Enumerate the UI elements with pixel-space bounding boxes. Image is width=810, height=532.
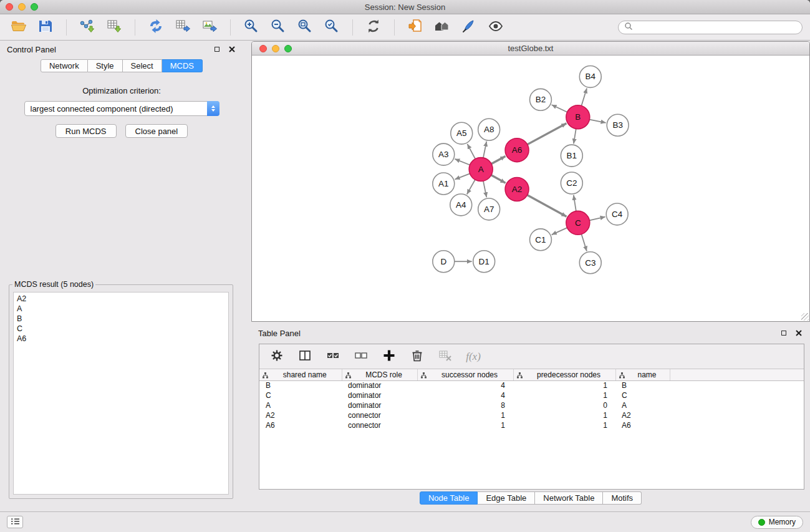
resize-grip-icon[interactable] [801,313,809,321]
graph-node-B3[interactable]: B3 [607,114,629,136]
graph-edge-B-B4[interactable] [581,89,587,106]
tab-motifs[interactable]: Motifs [603,491,642,505]
mcds-result-item[interactable]: B [17,314,225,324]
close-window-button[interactable] [6,3,13,11]
import-table-button[interactable] [103,17,125,37]
deselect-all-button[interactable] [354,349,369,364]
table-row[interactable]: Bdominator41B [259,380,804,390]
memory-button[interactable]: Memory [751,516,803,529]
graph-edge-A-A7[interactable] [483,181,486,197]
float-panel-button[interactable] [213,45,221,54]
graph-edge-C-C2[interactable] [574,195,576,211]
graph-node-D1[interactable]: D1 [473,251,495,273]
column-header[interactable]: shared name [259,369,342,380]
graph-node-A1[interactable]: A1 [433,173,455,195]
mcds-result-item[interactable]: C [17,324,225,334]
graph-edge-A-A6[interactable] [491,157,506,164]
graph-edge-A-A2[interactable] [491,175,506,183]
column-header[interactable]: predecessor nodes [513,369,615,380]
show-hide-button[interactable] [485,17,507,37]
import-network-button[interactable] [76,17,99,37]
task-history-button[interactable] [7,516,23,528]
graph-node-D[interactable]: D [433,251,455,273]
table-settings-button[interactable] [269,349,284,364]
graph-edge-A-A3[interactable] [455,159,470,165]
home-button[interactable] [431,17,453,37]
graph-edge-C-C1[interactable] [552,228,567,235]
zoom-selected-button[interactable] [321,17,343,37]
close-table-panel-button[interactable] [794,329,803,337]
snapshot-button[interactable] [404,17,427,37]
tab-select[interactable]: Select [123,59,162,72]
graph-node-A6[interactable]: A6 [505,138,529,162]
export-table-button[interactable] [171,17,194,37]
table-row[interactable]: Cdominator41C [259,390,804,400]
column-header[interactable]: successor nodes [417,369,513,380]
graph-node-B2[interactable]: B2 [530,89,552,110]
select-all-button[interactable] [325,349,340,364]
criterion-dropdown[interactable]: largest connected component (directed) [24,101,219,116]
mcds-result-item[interactable]: A2 [17,294,225,304]
graph-node-B1[interactable]: B1 [561,145,582,167]
add-column-button[interactable] [382,349,397,364]
zoom-out-button[interactable] [267,17,289,37]
show-columns-button[interactable] [297,349,312,364]
graph-node-B[interactable]: B [566,105,590,129]
table-row[interactable]: A2connector11A2 [259,410,804,420]
graph-edge-C-C3[interactable] [581,234,586,251]
delete-table-button[interactable] [438,349,453,364]
column-header[interactable]: MCDS role [342,369,417,380]
graph-edge-B-B3[interactable] [589,120,605,123]
graph-node-A5[interactable]: A5 [451,122,473,144]
graph-edge-A-A4[interactable] [467,180,475,194]
graph-node-C3[interactable]: C3 [579,252,601,274]
graph-node-C4[interactable]: C4 [606,203,628,225]
save-session-button[interactable] [34,17,57,37]
graph-node-A[interactable]: A [469,158,493,181]
graph-edge-A-A8[interactable] [483,142,486,158]
tab-edge-table[interactable]: Edge Table [478,491,535,505]
graph-node-A8[interactable]: A8 [478,118,500,140]
graph-edge-A2-C[interactable] [528,195,567,217]
tab-mcds[interactable]: MCDS [162,59,203,72]
tab-network[interactable]: Network [41,59,88,72]
graph-node-A7[interactable]: A7 [478,198,500,220]
tab-network-table[interactable]: Network Table [535,491,603,505]
graph-edge-C-C4[interactable] [589,217,605,221]
close-panel-button-secondary[interactable]: Close panel [125,124,188,138]
search-input[interactable] [636,23,796,32]
zoom-in-button[interactable] [240,17,263,37]
zoom-fit-button[interactable] [294,17,316,37]
node-table-area[interactable]: shared nameMCDS rolesuccessor nodesprede… [259,369,804,489]
close-network-window-button[interactable] [259,45,267,52]
graph-node-A2[interactable]: A2 [505,178,529,201]
table-row[interactable]: A6connector11A6 [259,420,804,430]
zoom-network-window-button[interactable] [284,45,292,52]
export-network-button[interactable] [145,17,167,37]
graph-edge-A-A5[interactable] [467,144,475,159]
float-table-panel-button[interactable] [779,329,788,337]
tab-node-table[interactable]: Node Table [420,491,478,505]
mcds-result-item[interactable]: A6 [17,334,225,344]
graph-edge-B-B2[interactable] [552,105,567,112]
graph-node-C2[interactable]: C2 [561,172,582,194]
graph-edge-A-A1[interactable] [455,173,470,179]
run-mcds-button[interactable]: Run MCDS [55,124,117,138]
close-panel-button[interactable] [228,45,236,54]
refresh-layout-button[interactable] [362,17,385,37]
network-graph[interactable]: B4B2BB3A5A8A6B1A3AC2A1A2A4A7C4CC1C3DD1 [252,56,809,321]
column-header[interactable]: name [615,369,670,380]
mcds-result-list[interactable]: A2ABCA6 [13,292,229,495]
graph-node-A4[interactable]: A4 [450,194,472,216]
delete-column-button[interactable] [410,349,425,364]
graph-node-C[interactable]: C [566,211,590,235]
zoom-window-button[interactable] [31,3,38,11]
table-row[interactable]: Adominator80A [259,400,804,410]
styles-button[interactable] [458,17,480,37]
export-image-button[interactable] [198,17,221,37]
function-builder-button[interactable]: f(x) [466,349,481,364]
minimize-window-button[interactable] [18,3,26,11]
graph-edge-A6-B[interactable] [528,123,567,145]
open-session-button[interactable] [7,17,30,37]
network-canvas[interactable]: B4B2BB3A5A8A6B1A3AC2A1A2A4A7C4CC1C3DD1 [252,56,809,321]
